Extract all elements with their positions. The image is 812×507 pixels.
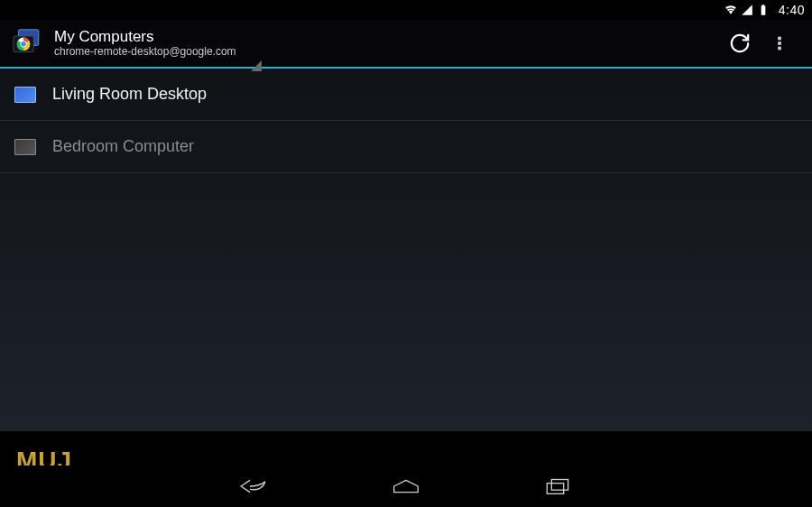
navigation-bar <box>0 466 812 507</box>
status-bar: 4:40 <box>0 0 812 20</box>
app-subtitle: chrome-remote-desktop@google.com <box>54 46 236 59</box>
back-icon <box>236 475 272 497</box>
recent-apps-icon <box>540 475 576 497</box>
app-icon <box>13 29 42 58</box>
svg-rect-9 <box>551 480 567 491</box>
back-button[interactable] <box>233 472 276 501</box>
action-bar: My Computers chrome-remote-desktop@googl… <box>0 20 812 69</box>
status-time: 4:40 <box>779 3 805 17</box>
list-item[interactable]: Bedroom Computer <box>0 121 812 173</box>
overflow-menu-button[interactable] <box>760 23 799 63</box>
svg-rect-5 <box>778 37 781 41</box>
home-icon <box>388 475 424 497</box>
computer-name: Bedroom Computer <box>52 137 194 156</box>
home-button[interactable] <box>384 472 428 501</box>
overflow-menu-icon <box>770 33 789 53</box>
svg-rect-8 <box>547 484 563 494</box>
cell-signal-icon <box>741 4 753 16</box>
svg-rect-7 <box>778 47 781 51</box>
app-title: My Computers <box>54 28 236 46</box>
refresh-icon <box>730 33 750 53</box>
computers-list: Living Room Desktop Bedroom Computer <box>0 69 812 173</box>
computer-name: Living Room Desktop <box>52 85 207 104</box>
recent-apps-button[interactable] <box>536 472 579 501</box>
battery-icon <box>757 4 770 16</box>
svg-point-4 <box>21 41 26 47</box>
wifi-icon <box>724 4 737 16</box>
list-item[interactable]: Living Room Desktop <box>0 69 812 121</box>
monitor-icon <box>14 87 36 103</box>
svg-rect-6 <box>778 41 781 45</box>
account-spinner[interactable]: My Computers chrome-remote-desktop@googl… <box>54 28 236 58</box>
monitor-icon <box>14 139 36 155</box>
refresh-button[interactable] <box>720 23 760 63</box>
